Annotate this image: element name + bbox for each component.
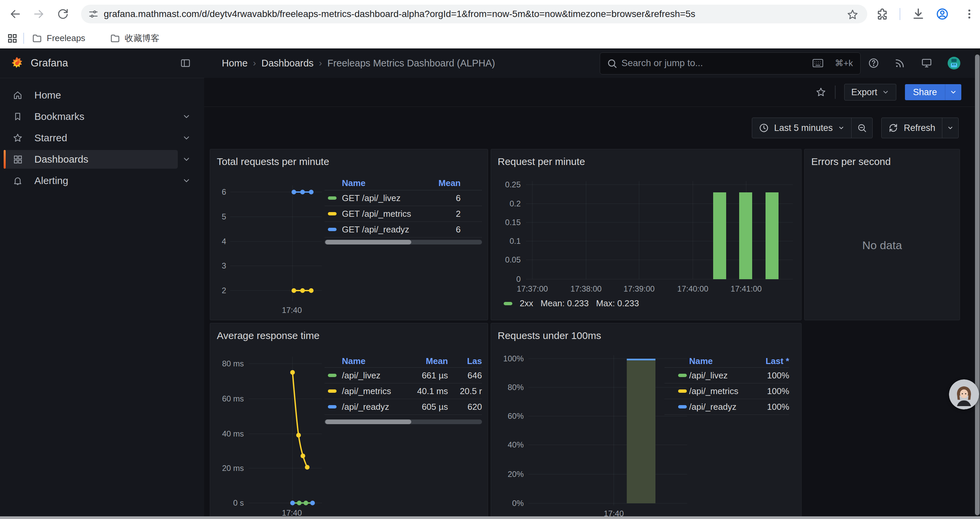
- legend-scrollbar-thumb[interactable]: [325, 420, 411, 424]
- extensions-icon[interactable]: [876, 7, 889, 21]
- panel-errors-per-second[interactable]: Errors per second No data: [804, 149, 960, 320]
- folder-icon: [110, 34, 120, 43]
- y-tick: 80 ms: [217, 359, 244, 368]
- chevron-down-icon[interactable]: [182, 155, 191, 164]
- reload-icon[interactable]: [57, 8, 69, 20]
- forward-icon[interactable]: [33, 8, 45, 20]
- legend-row[interactable]: /api/_metrics 40.1 ms 20.5 r: [325, 383, 482, 399]
- share-button[interactable]: Share: [905, 84, 945, 100]
- keyboard-icon: [812, 58, 824, 68]
- series-name: /api/_metrics: [689, 386, 738, 396]
- breadcrumb-separator: ›: [313, 58, 327, 69]
- bookmark-star-icon[interactable]: [846, 9, 859, 21]
- news-rss-icon[interactable]: [894, 57, 905, 69]
- active-accent-bar: [4, 150, 6, 169]
- sidebar-item-alerting[interactable]: Alerting: [4, 171, 178, 190]
- series-name: GET /api/_livez: [342, 193, 401, 203]
- page-scrollbar[interactable]: [975, 48, 980, 516]
- y-tick: 80%: [497, 383, 524, 392]
- y-tick: 60 ms: [217, 394, 244, 404]
- legend-col-mean[interactable]: Mean: [439, 178, 461, 188]
- floating-avatar-button[interactable]: [949, 379, 979, 409]
- chevron-down-icon[interactable]: [182, 112, 191, 121]
- site-settings-icon[interactable]: [88, 9, 99, 19]
- legend-row[interactable]: /api/_livez 100%: [665, 367, 789, 383]
- series-name: 2xx: [520, 298, 533, 308]
- dashboard-toolbar: Export Share: [204, 78, 980, 107]
- panel-total-requests[interactable]: Total requests per minute 6: [210, 149, 488, 320]
- legend-inline[interactable]: 2xx Mean: 0.233 Max: 0.233: [504, 298, 639, 308]
- apps-grid-icon[interactable]: [7, 33, 18, 44]
- bookmark-label: Freeleaps: [47, 33, 85, 43]
- legend-scrollbar-thumb[interactable]: [325, 240, 411, 244]
- series-mean: 605 µs: [398, 401, 448, 412]
- download-icon[interactable]: [912, 7, 925, 21]
- sidebar-item-dashboards[interactable]: Dashboards: [4, 150, 178, 169]
- legend-row[interactable]: GET /api/_readyz 6: [325, 222, 482, 238]
- panel-average-response-time[interactable]: Average response time: [210, 323, 488, 519]
- sidebar-item-starred[interactable]: Starred: [4, 129, 178, 147]
- breadcrumb-home[interactable]: Home: [222, 58, 248, 69]
- legend-scrollbar[interactable]: [325, 420, 482, 424]
- y-tick: 0: [494, 275, 521, 284]
- legend-col-mean[interactable]: Mean: [426, 356, 448, 366]
- zoom-out-button[interactable]: [851, 118, 872, 138]
- refresh-icon: [888, 123, 898, 133]
- share-menu-button[interactable]: [945, 84, 961, 100]
- panel-request-per-minute[interactable]: Request per minute: [491, 149, 802, 320]
- refresh-label: Refresh: [904, 123, 935, 133]
- monitor-icon[interactable]: [921, 57, 932, 69]
- legend-header-row: Name Mean Las: [325, 356, 482, 368]
- legend-header-row: Name Last *: [665, 356, 789, 368]
- legend-row[interactable]: /api/_metrics 100%: [665, 383, 789, 399]
- favorite-star-icon[interactable]: [816, 87, 826, 97]
- legend-col-last[interactable]: Las: [467, 356, 482, 366]
- chevron-down-icon[interactable]: [182, 176, 191, 185]
- page-scrollbar-thumb[interactable]: [975, 54, 980, 515]
- y-tick: 5: [204, 212, 226, 222]
- url-text[interactable]: grafana.mathmast.com/d/deytv4rwavabkb/fr…: [104, 5, 695, 23]
- bookmark-folder-blogs[interactable]: 收藏博客: [110, 28, 159, 48]
- legend-col-name[interactable]: Name: [342, 178, 366, 188]
- bookmarks-separator: [23, 33, 24, 44]
- time-range-group: Last 5 minutes: [752, 118, 873, 138]
- bookmark-folder-freeleaps[interactable]: Freeleaps: [32, 28, 85, 48]
- legend-col-last[interactable]: Last *: [765, 356, 789, 366]
- search-input[interactable]: Search or jump to... ⌘+k: [600, 53, 861, 75]
- panel-requests-under-100ms[interactable]: Requests under 100ms 100% 80% 60%: [491, 323, 802, 519]
- legend-col-name[interactable]: Name: [689, 356, 713, 366]
- y-tick: 60%: [497, 412, 524, 421]
- series-mean: 2: [410, 208, 461, 219]
- sidebar-item-bookmarks[interactable]: Bookmarks: [4, 107, 178, 126]
- legend-row[interactable]: /api/_readyz 100%: [665, 399, 789, 415]
- series-color-pill: [678, 374, 687, 377]
- legend-row[interactable]: GET /api/_livez 6: [325, 190, 482, 206]
- sidebar-toggle-icon[interactable]: [180, 58, 191, 69]
- sidebar-item-home[interactable]: Home: [4, 86, 178, 105]
- refresh-interval-button[interactable]: [942, 118, 958, 138]
- back-icon[interactable]: [10, 8, 21, 20]
- breadcrumb-current: Freeleaps Metrics Dashboard (ALPHA): [327, 58, 495, 69]
- x-tick: 17:38:00: [559, 284, 613, 294]
- chevron-down-icon: [947, 125, 954, 131]
- breadcrumb-dashboards[interactable]: Dashboards: [261, 58, 313, 69]
- legend-row[interactable]: /api/_readyz 605 µs 620: [325, 399, 482, 415]
- export-button[interactable]: Export: [844, 84, 896, 101]
- url-bar[interactable]: grafana.mathmast.com/d/deytv4rwavabkb/fr…: [81, 5, 867, 23]
- main-area: Home › Dashboards › Freeleaps Metrics Da…: [204, 48, 980, 519]
- legend-row[interactable]: /api/_livez 661 µs 646: [325, 367, 482, 383]
- chevron-down-icon[interactable]: [182, 134, 191, 142]
- refresh-button[interactable]: Refresh: [881, 118, 942, 138]
- legend-col-name[interactable]: Name: [342, 356, 366, 366]
- legend-row[interactable]: GET /api/_metrics 2: [325, 206, 482, 222]
- sidebar-item-label: Alerting: [34, 171, 68, 190]
- grafana-logo-icon[interactable]: [10, 56, 24, 70]
- user-avatar[interactable]: [948, 57, 960, 69]
- time-range-picker[interactable]: Last 5 minutes: [752, 118, 851, 138]
- profile-icon[interactable]: [935, 7, 949, 21]
- legend-scrollbar[interactable]: [325, 240, 482, 244]
- menu-dots-icon[interactable]: [963, 8, 975, 20]
- series-mean: 40.1 ms: [398, 386, 448, 396]
- help-icon[interactable]: [868, 57, 879, 69]
- y-tick: 2: [204, 286, 226, 295]
